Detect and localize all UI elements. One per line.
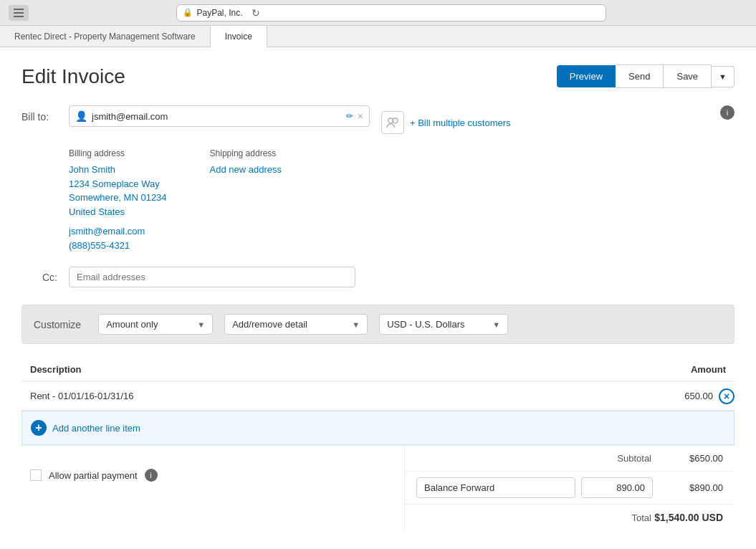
billing-street-link[interactable]: 1234 Someplace Way	[69, 177, 167, 191]
svg-rect-1	[14, 12, 24, 14]
currency-chevron-icon: ▼	[492, 320, 500, 329]
currency-select[interactable]: USD - U.S. Dollars ▼	[379, 314, 508, 335]
total-row: Total $1,540.00 USD	[405, 505, 735, 530]
sidebar-toggle-button[interactable]	[9, 5, 29, 21]
balance-forward-input[interactable]	[416, 477, 575, 498]
subtotal-label: Subtotal	[416, 453, 651, 464]
save-button[interactable]: Save	[664, 65, 712, 88]
svg-rect-2	[14, 16, 24, 17]
email-tag-input[interactable]: 👤 jsmith@email.com ✏ ×	[69, 105, 370, 127]
subtotal-row: Subtotal $650.00	[405, 446, 735, 472]
total-value: $1,540.00 USD	[651, 512, 723, 523]
send-button[interactable]: Send	[616, 65, 664, 88]
lock-icon: 🔒	[183, 8, 193, 17]
cc-label: Cc:	[21, 272, 57, 283]
partial-payment-section: Allow partial payment i	[30, 457, 396, 493]
billing-email-link[interactable]: jsmith@email.com	[69, 224, 167, 239]
detail-chevron-icon: ▼	[352, 320, 360, 329]
page-header: Edit Invoice Preview Send Save ▼	[21, 65, 735, 88]
add-line-item[interactable]: + Add another line item	[21, 411, 735, 445]
customize-bar: Customize Amount only ▼ Add/remove detai…	[21, 305, 735, 344]
edit-icon[interactable]: ✏	[346, 111, 353, 121]
remove-email-icon[interactable]: ×	[358, 110, 363, 122]
customize-label: Customize	[34, 319, 81, 330]
preview-button[interactable]: Preview	[557, 65, 616, 87]
tab-invoice[interactable]: Invoice	[211, 26, 267, 47]
bill-multiple-link[interactable]: + Bill multiple customers	[381, 105, 511, 134]
description-input[interactable]	[21, 382, 538, 410]
subtotal-value: $650.00	[651, 453, 723, 464]
url-text: PayPal, Inc.	[197, 8, 243, 18]
multi-user-icon	[381, 111, 404, 134]
partial-payment-info-icon[interactable]: i	[145, 469, 158, 482]
shipping-address-label: Shipping address	[210, 148, 282, 158]
tab-rentec[interactable]: Rentec Direct - Property Management Soft…	[0, 26, 211, 47]
tab-bar: Rentec Direct - Property Management Soft…	[0, 26, 756, 47]
table-row: 650.00 ×	[21, 381, 735, 411]
svg-rect-0	[14, 9, 24, 10]
partial-payment-label: Allow partial payment	[49, 470, 138, 481]
reload-button[interactable]: ↻	[252, 7, 260, 19]
amount-header: Amount	[538, 358, 735, 381]
total-label: Total	[416, 512, 651, 523]
user-icon: 👤	[75, 110, 87, 122]
billing-name-link[interactable]: John Smith	[69, 163, 167, 177]
balance-amount-input[interactable]	[581, 477, 653, 498]
totals-right: Subtotal $650.00 $890.00 Total $1,540.00…	[405, 446, 735, 530]
add-line-text: Add another line item	[52, 423, 140, 434]
currency-select-value: USD - U.S. Dollars	[387, 319, 464, 330]
detail-select[interactable]: Add/remove detail ▼	[224, 314, 368, 335]
bill-to-label: Bill to:	[21, 105, 57, 123]
description-header: Description	[21, 358, 538, 381]
billing-address-col: Billing address John Smith 1234 Someplac…	[69, 148, 167, 252]
save-dropdown-button[interactable]: ▼	[712, 66, 735, 87]
add-line-icon: +	[31, 420, 47, 436]
template-select-value: Amount only	[106, 319, 158, 330]
cc-input[interactable]	[69, 267, 355, 287]
balance-forward-result: $890.00	[659, 482, 723, 493]
billing-country-link[interactable]: United States	[69, 205, 167, 219]
partial-payment-checkbox[interactable]	[30, 469, 42, 481]
detail-select-value: Add/remove detail	[232, 319, 307, 330]
amount-cell: 650.00 ×	[538, 381, 735, 411]
shipping-address-col: Shipping address Add new address	[210, 148, 282, 252]
invoice-table: Description Amount 650.00 ×	[21, 358, 735, 411]
amount-value: 650.00	[684, 391, 713, 401]
page-title: Edit Invoice	[21, 65, 125, 88]
billing-city-link[interactable]: Somewhere, MN 01234	[69, 191, 167, 205]
header-actions: Preview Send Save ▼	[557, 65, 735, 88]
billing-address-label: Billing address	[69, 148, 167, 158]
billing-phone-link[interactable]: (888)555-4321	[69, 239, 167, 253]
bill-multiple-text: + Bill multiple customers	[410, 118, 511, 128]
delete-line-button[interactable]: ×	[719, 388, 735, 404]
address-section: Billing address John Smith 1234 Someplac…	[69, 148, 735, 252]
template-chevron-icon: ▼	[197, 320, 205, 329]
bill-to-section: Bill to: 👤 jsmith@email.com ✏ × + Bill m…	[21, 105, 735, 134]
totals-section: Allow partial payment i Subtotal $650.00…	[21, 445, 735, 530]
description-cell	[21, 381, 538, 411]
add-shipping-address-link[interactable]: Add new address	[210, 163, 282, 177]
browser-chrome: 🔒 PayPal, Inc. ↻	[0, 0, 756, 26]
bill-to-field: 👤 jsmith@email.com ✏ ×	[69, 105, 370, 127]
url-bar[interactable]: 🔒 PayPal, Inc. ↻	[176, 4, 606, 22]
totals-left: Allow partial payment i	[21, 446, 405, 530]
cc-section: Cc:	[21, 267, 735, 287]
email-tag-text: jsmith@email.com	[92, 111, 342, 122]
template-select[interactable]: Amount only ▼	[98, 314, 213, 335]
main-content: Edit Invoice Preview Send Save ▼ Bill to…	[0, 47, 756, 549]
info-icon[interactable]: i	[720, 105, 735, 120]
balance-forward-row: $890.00	[405, 472, 735, 505]
